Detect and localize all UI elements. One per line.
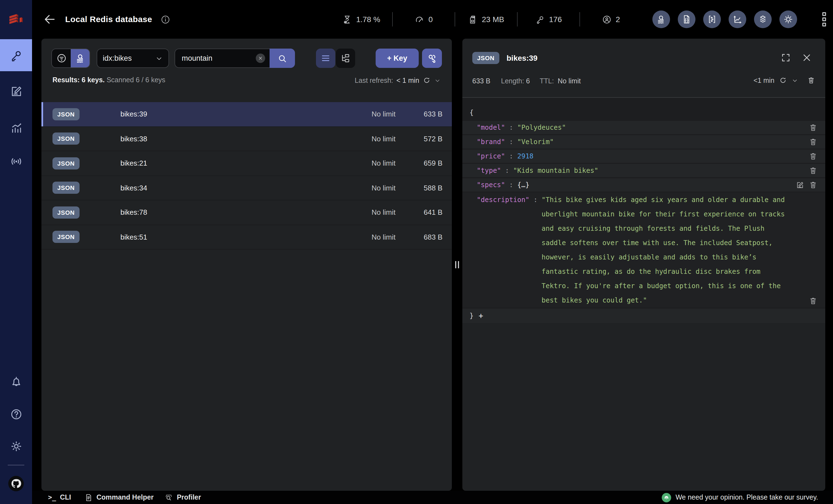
key-row[interactable]: JSON bikes:34 No limit 588 B xyxy=(42,176,452,200)
detail-ttl[interactable]: TTL: No limit xyxy=(540,77,581,85)
search-group: mountain xyxy=(174,49,295,68)
tree-view-button[interactable] xyxy=(336,49,355,68)
sidebar-item-workbench[interactable] xyxy=(0,75,32,107)
trash-icon[interactable] xyxy=(809,297,817,305)
key-row[interactable]: JSON bikes:21 No limit 659 B xyxy=(42,151,452,176)
command-helper-button[interactable]: Command Helper xyxy=(84,493,153,502)
trash-icon[interactable] xyxy=(809,137,817,146)
json-field-row[interactable]: "brand" : "Velorim" xyxy=(462,135,825,149)
fullscreen-icon[interactable] xyxy=(781,52,791,63)
chart-stats-icon xyxy=(10,121,22,134)
data-matrix-icon[interactable] xyxy=(703,10,721,28)
json-value[interactable]: "Polydeuces" xyxy=(517,124,566,131)
filter-by-type-toggle[interactable] xyxy=(52,49,71,67)
results-scanned: Scanned 6 / 6 keys xyxy=(105,76,165,84)
json-key: "type" xyxy=(477,167,501,174)
json-value[interactable]: {…} xyxy=(517,181,529,189)
results-count: Results: 6 keys. xyxy=(52,76,105,84)
json-open-brace: { xyxy=(462,105,825,120)
key-detail-panel: JSON bikes:39 633 B Length: 6 TTL: No li… xyxy=(462,39,825,491)
search-by-values-toggle[interactable] xyxy=(71,49,90,67)
chevron-down-icon[interactable] xyxy=(434,77,441,84)
bulk-actions-button[interactable] xyxy=(422,49,442,68)
detail-meta: 633 B Length: 6 TTL: No limit <1 min xyxy=(462,76,825,90)
bell-icon xyxy=(10,375,22,388)
json-field-row[interactable]: "model" : "Polydeuces" xyxy=(462,121,825,134)
detail-header: JSON bikes:39 xyxy=(462,39,825,65)
json-value-multiline[interactable]: "This bike gives kids aged six years and… xyxy=(542,193,793,307)
chevron-down-icon[interactable] xyxy=(791,77,798,84)
info-icon[interactable] xyxy=(161,15,170,24)
list-view-button[interactable] xyxy=(316,49,335,68)
survey-text: We need your opinion. Please take our su… xyxy=(675,494,818,501)
sidebar-item-settings[interactable] xyxy=(0,430,32,462)
type-badge: JSON xyxy=(52,133,79,145)
clear-search-icon[interactable] xyxy=(256,54,265,63)
sidebar-item-browser[interactable] xyxy=(0,39,32,71)
sidebar-item-pubsub[interactable] xyxy=(0,145,32,177)
document-icon xyxy=(84,493,93,502)
edit-icon[interactable] xyxy=(795,180,804,190)
key-name: bikes:38 xyxy=(120,135,329,143)
results-summary: Results: 6 keys. Scanned 6 / 6 keys xyxy=(52,76,165,84)
trash-icon[interactable] xyxy=(809,123,817,132)
key-row[interactable]: JSON bikes:39 No limit 633 B xyxy=(42,102,452,127)
json-value[interactable]: "Kids mountain bikes" xyxy=(513,167,598,174)
type-badge: JSON xyxy=(52,182,79,194)
detail-refresh-value: <1 min xyxy=(754,76,775,84)
trash-icon[interactable] xyxy=(809,180,817,190)
key-size: 588 B xyxy=(396,184,443,192)
pencil-square-icon xyxy=(10,85,22,97)
search-waves-icon xyxy=(75,53,85,64)
sun-icon[interactable] xyxy=(780,10,797,28)
search-button[interactable] xyxy=(269,49,295,68)
refresh-icon[interactable] xyxy=(779,76,787,84)
key-name: bikes:21 xyxy=(120,159,329,168)
sidebar-item-help[interactable] xyxy=(0,398,32,430)
cli-button[interactable]: >_ CLI xyxy=(48,494,71,501)
panel-splitter[interactable] xyxy=(452,39,462,491)
last-refresh-label: Last refresh: xyxy=(355,76,393,84)
index-select[interactable]: idx:bikes xyxy=(97,49,169,68)
kebab-menu-icon[interactable] xyxy=(822,11,827,27)
insight-search-icon[interactable] xyxy=(652,10,670,28)
refresh-icon[interactable] xyxy=(423,76,431,84)
json-doc-icon[interactable] xyxy=(678,10,695,28)
db-stats: 1.78 % 0 23 MB 176 xyxy=(330,0,642,39)
trash-icon[interactable] xyxy=(807,76,815,84)
json-field-row[interactable]: "specs" : {…} xyxy=(462,178,825,192)
stat-total-keys: 176 xyxy=(518,15,579,24)
sidebar-item-analysis[interactable] xyxy=(0,111,32,144)
trash-icon[interactable] xyxy=(809,152,817,161)
key-row[interactable]: JSON bikes:51 No limit 683 B xyxy=(42,225,452,250)
help-icon xyxy=(10,408,22,420)
json-field-row[interactable]: "price" : 2918 xyxy=(462,150,825,163)
github-icon[interactable] xyxy=(8,476,24,491)
trash-icon[interactable] xyxy=(809,166,817,175)
layers-icon[interactable] xyxy=(754,10,772,28)
survey-banner[interactable]: We need your opinion. Please take our su… xyxy=(662,493,833,502)
tree-view-icon xyxy=(340,53,351,64)
json-field-row[interactable]: "type" : "Kids mountain bikes" xyxy=(462,164,825,177)
sidebar-item-notifications[interactable] xyxy=(0,366,32,398)
analytics-icon[interactable] xyxy=(729,10,746,28)
json-value[interactable]: 2918 xyxy=(517,152,533,160)
stat-commands: 0 xyxy=(393,15,455,24)
back-arrow-icon[interactable] xyxy=(43,13,56,26)
json-key: "brand" xyxy=(477,138,505,146)
type-badge: JSON xyxy=(52,108,79,120)
add-key-button[interactable]: + Key xyxy=(376,49,419,68)
splitter-handle-icon[interactable] xyxy=(455,261,459,268)
json-key: "model" xyxy=(477,124,505,131)
sidebar xyxy=(0,0,32,504)
keys-bunch-icon xyxy=(426,53,437,64)
key-row[interactable]: JSON bikes:38 No limit 572 B xyxy=(42,127,452,151)
json-value[interactable]: "Velorim" xyxy=(517,138,554,146)
profiler-button[interactable]: Profiler xyxy=(165,493,201,502)
add-field-button[interactable]: + xyxy=(479,311,483,320)
json-field-row-description[interactable]: "description" : "This bike gives kids ag… xyxy=(462,193,825,307)
search-input[interactable]: mountain xyxy=(174,49,269,68)
close-icon[interactable] xyxy=(802,52,812,63)
key-row[interactable]: JSON bikes:78 No limit 641 B xyxy=(42,200,452,225)
profiler-icon xyxy=(165,493,173,502)
